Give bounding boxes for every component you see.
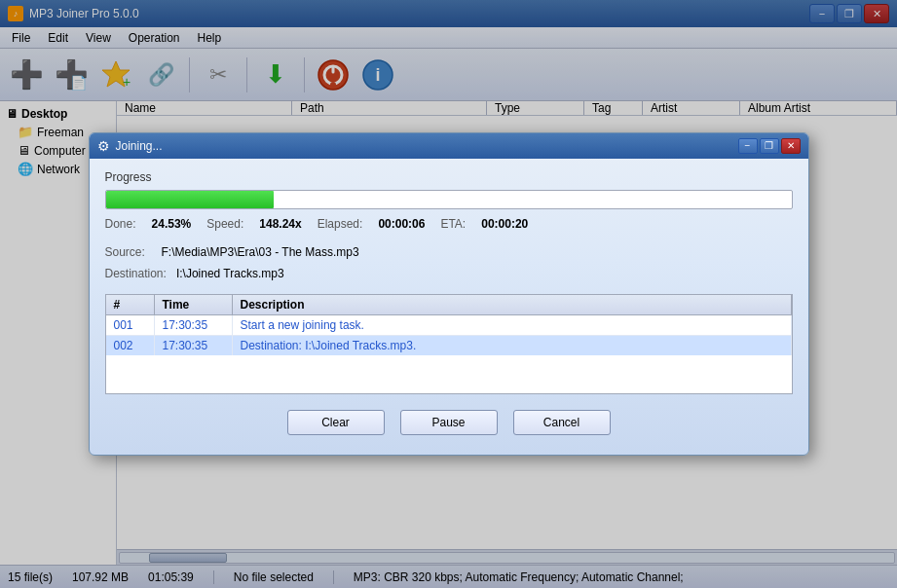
elapsed-label: Elapsed:: [318, 217, 363, 231]
dialog-controls: − ❐ ✕: [738, 138, 801, 154]
source-label: Source:: [105, 245, 145, 259]
eta-label: ETA:: [440, 217, 466, 231]
source-value: F:\Media\MP3\Era\03 - The Mass.mp3: [162, 245, 359, 259]
log-time-1: 17:30:35: [155, 315, 233, 335]
log-num-2: 002: [106, 336, 155, 355]
dialog-body: Progress Done: 24.53% Speed: 148.24x Ela…: [90, 159, 808, 455]
speed-value: 148.24x: [259, 217, 301, 231]
elapsed-value: 00:00:06: [378, 217, 425, 231]
log-row-2[interactable]: 002 17:30:35 Destination: I:\Joined Trac…: [106, 336, 792, 355]
pause-button[interactable]: Pause: [400, 410, 498, 435]
progress-label: Progress: [105, 170, 793, 184]
speed-label: Speed:: [206, 217, 243, 231]
log-table: # Time Description 001 17:30:35 Start a …: [105, 294, 793, 394]
log-num-1: 001: [106, 315, 155, 335]
log-col-time: Time: [155, 295, 233, 314]
log-desc-2: Destination: I:\Joined Tracks.mp3.: [233, 336, 792, 355]
dialog-title-text: Joining...: [116, 139, 163, 153]
dest-label: Destination:: [105, 267, 167, 280]
log-header: # Time Description: [106, 295, 792, 315]
dialog-close-button[interactable]: ✕: [781, 138, 801, 154]
progress-bar-container: [105, 190, 793, 209]
progress-fill: [106, 191, 275, 208]
joining-dialog: ⚙ Joining... − ❐ ✕ Progress Done: 24.53%…: [89, 132, 809, 456]
log-col-desc: Description: [233, 295, 792, 314]
log-col-num: #: [106, 295, 155, 314]
dialog-restore-button[interactable]: ❐: [760, 138, 779, 154]
cancel-button[interactable]: Cancel: [513, 410, 611, 435]
done-label: Done:: [105, 217, 136, 231]
dialog-minimize-button[interactable]: −: [738, 138, 758, 154]
dialog-overlay: ⚙ Joining... − ❐ ✕ Progress Done: 24.53%…: [0, 0, 897, 588]
dialog-title-icon: ⚙: [97, 138, 110, 154]
progress-stats: Done: 24.53% Speed: 148.24x Elapsed: 00:…: [105, 217, 793, 231]
source-row: Source: F:\Media\MP3\Era\03 - The Mass.m…: [105, 242, 793, 264]
log-desc-1: Start a new joining task.: [233, 315, 792, 335]
dest-value: I:\Joined Tracks.mp3: [176, 267, 284, 280]
log-time-2: 17:30:35: [155, 336, 233, 355]
clear-button[interactable]: Clear: [287, 410, 385, 435]
log-row-1[interactable]: 001 17:30:35 Start a new joining task.: [106, 315, 792, 336]
done-value: 24.53%: [152, 217, 192, 231]
log-body: 001 17:30:35 Start a new joining task. 0…: [106, 315, 792, 393]
dialog-titlebar: ⚙ Joining... − ❐ ✕: [90, 133, 808, 159]
source-dest: Source: F:\Media\MP3\Era\03 - The Mass.m…: [105, 242, 793, 284]
dialog-title-left: ⚙ Joining...: [97, 138, 163, 154]
eta-value: 00:00:20: [481, 217, 528, 231]
dest-row: Destination: I:\Joined Tracks.mp3: [105, 264, 793, 285]
dialog-footer: Clear Pause Cancel: [105, 406, 793, 443]
